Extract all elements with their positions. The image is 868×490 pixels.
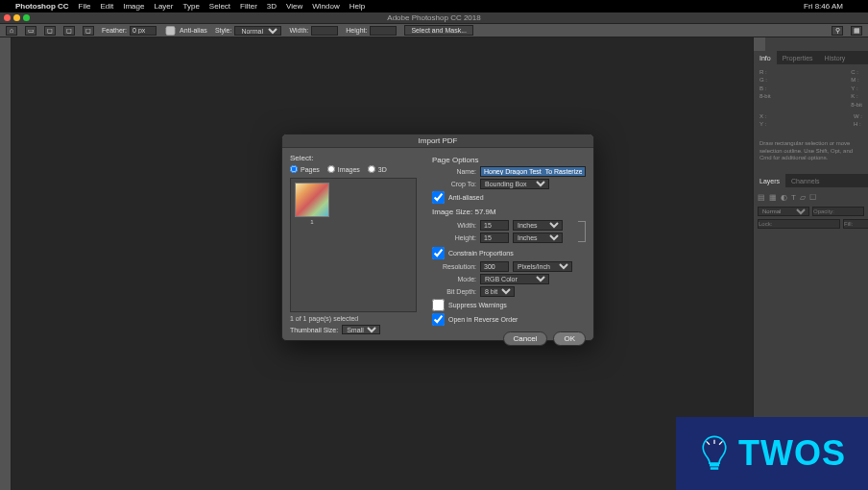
pdf-page-thumbnail[interactable]: 1 bbox=[295, 183, 329, 225]
height-input-dlg[interactable] bbox=[480, 233, 509, 243]
document-title: Adobe Photoshop CC 2018 bbox=[387, 13, 480, 22]
tab-properties[interactable]: Properties bbox=[777, 51, 819, 64]
menu-type[interactable]: Type bbox=[182, 2, 199, 11]
image-size-label: Image Size: 57.9M bbox=[432, 208, 586, 216]
radio-images-input[interactable] bbox=[327, 165, 335, 173]
radio-3d-input[interactable] bbox=[368, 165, 375, 173]
menu-filter[interactable]: Filter bbox=[240, 2, 257, 11]
watermark-text: TWOS bbox=[738, 433, 846, 474]
bitdepth-select[interactable]: 8 bit bbox=[480, 286, 515, 297]
height-label: Height: bbox=[346, 27, 367, 34]
reverse-order-label: Open in Reverse Order bbox=[448, 316, 518, 323]
layers-panel-body: ▤ ▦ ◐ T ▱ ☐ Normal bbox=[754, 187, 868, 233]
info-m: M : bbox=[851, 77, 858, 83]
add-selection-icon[interactable]: ◻ bbox=[63, 26, 75, 36]
opacity-input[interactable] bbox=[812, 207, 864, 216]
filter-adjust-icon[interactable]: ◐ bbox=[781, 193, 787, 202]
info-y: Y : bbox=[851, 86, 857, 91]
document-titlebar: Adobe Photoshop CC 2018 bbox=[0, 12, 868, 24]
search-icon[interactable]: ⚲ bbox=[832, 26, 843, 36]
resolution-input[interactable] bbox=[480, 261, 509, 272]
width-input-dlg[interactable] bbox=[480, 220, 509, 231]
name-input[interactable] bbox=[480, 166, 586, 177]
menu-image[interactable]: Image bbox=[123, 2, 144, 11]
height-input bbox=[370, 26, 397, 36]
menu-select[interactable]: Select bbox=[209, 2, 230, 11]
marquee-tool-icon[interactable]: ▭ bbox=[25, 26, 36, 36]
filter-shape-icon[interactable]: ▱ bbox=[800, 193, 806, 202]
filter-smart-icon[interactable]: ☐ bbox=[809, 193, 816, 202]
clock[interactable]: Fri 8:46 AM bbox=[804, 2, 843, 11]
menu-view[interactable]: View bbox=[286, 2, 302, 11]
info-w: W : bbox=[854, 113, 862, 119]
crop-to-select[interactable]: Bounding Box bbox=[480, 179, 549, 189]
filter-kind-icon[interactable]: ▤ bbox=[758, 193, 765, 202]
window-controls bbox=[4, 14, 30, 21]
reverse-order-checkbox[interactable] bbox=[432, 313, 445, 326]
width-label: Width: bbox=[289, 27, 308, 34]
constrain-checkbox[interactable] bbox=[432, 247, 445, 259]
resolution-unit-select[interactable]: Pixels/Inch bbox=[513, 261, 572, 272]
svg-rect-1 bbox=[711, 467, 718, 470]
mode-select[interactable]: RGB Color bbox=[480, 274, 549, 284]
menu-help[interactable]: Help bbox=[350, 2, 365, 11]
layer-filter-row: ▤ ▦ ◐ T ▱ ☐ bbox=[758, 191, 864, 204]
info-b: B : bbox=[760, 86, 766, 91]
feather-input[interactable] bbox=[130, 26, 157, 36]
home-icon[interactable]: ⌂ bbox=[6, 26, 17, 36]
height-unit-select[interactable]: Inches bbox=[513, 233, 563, 243]
lightbulb-icon bbox=[698, 433, 731, 474]
select-and-mask-button[interactable]: Select and Mask... bbox=[404, 25, 473, 36]
antialiased-checkbox[interactable] bbox=[432, 191, 445, 204]
radio-images[interactable]: Images bbox=[327, 165, 360, 173]
mac-menubar: Photoshop CC File Edit Image Layer Type … bbox=[0, 0, 868, 12]
ok-button[interactable]: OK bbox=[553, 331, 586, 346]
suppress-checkbox[interactable] bbox=[432, 299, 445, 311]
info-k: K : bbox=[851, 93, 857, 99]
fill-input[interactable] bbox=[843, 219, 868, 229]
menu-3d[interactable]: 3D bbox=[267, 2, 277, 11]
lock-row[interactable] bbox=[758, 219, 840, 229]
maximize-icon[interactable] bbox=[23, 14, 30, 21]
menu-file[interactable]: File bbox=[79, 2, 91, 11]
mode-label: Mode: bbox=[432, 276, 476, 282]
antialias-label: Anti-alias bbox=[180, 27, 207, 34]
tab-history[interactable]: History bbox=[819, 51, 852, 64]
page-options-label: Page Options bbox=[432, 156, 586, 164]
info-yy: Y : bbox=[760, 121, 766, 127]
radio-3d[interactable]: 3D bbox=[368, 165, 387, 173]
close-icon[interactable] bbox=[4, 14, 11, 21]
info-8bit: 8-bit bbox=[760, 93, 771, 99]
info-panel-body: R : G : B : 8-bit C : M : Y : K : 8-bit … bbox=[754, 64, 868, 136]
cancel-button[interactable]: Cancel bbox=[503, 331, 548, 346]
tab-info[interactable]: Info bbox=[754, 51, 777, 64]
style-select[interactable]: Normal bbox=[234, 26, 281, 36]
minimize-icon[interactable] bbox=[13, 14, 20, 21]
menu-window[interactable]: Window bbox=[312, 2, 339, 11]
width-unit-select[interactable]: Inches bbox=[513, 220, 563, 231]
thumbnail-size-label: Thumbnail Size: bbox=[290, 327, 338, 333]
dialog-title: Import PDF bbox=[282, 135, 593, 148]
new-selection-icon[interactable]: ◻ bbox=[44, 26, 56, 36]
radio-pages[interactable]: Pages bbox=[290, 165, 320, 173]
menu-edit[interactable]: Edit bbox=[100, 2, 113, 11]
workspace-icon[interactable]: ▦ bbox=[851, 26, 862, 36]
subtract-selection-icon[interactable]: ◻ bbox=[83, 26, 94, 36]
suppress-label: Suppress Warnings bbox=[448, 302, 507, 308]
constrain-link-icon[interactable] bbox=[578, 221, 586, 242]
menu-layer[interactable]: Layer bbox=[154, 2, 173, 11]
antialiased-label: Anti-aliased bbox=[448, 194, 484, 201]
thumbnail-area[interactable]: 1 bbox=[290, 178, 417, 312]
tab-channels[interactable]: Channels bbox=[785, 174, 826, 187]
toolbar[interactable] bbox=[0, 37, 12, 490]
filter-type-icon[interactable]: T bbox=[791, 193, 796, 202]
thumbnail-size-select[interactable]: Small bbox=[342, 325, 380, 334]
import-pdf-dialog: Import PDF Select: Pages Images 3D 1 1 o… bbox=[281, 134, 594, 341]
blend-mode-select[interactable]: Normal bbox=[758, 207, 809, 216]
filter-pixel-icon[interactable]: ▦ bbox=[769, 193, 777, 202]
radio-pages-input[interactable] bbox=[290, 165, 298, 173]
tab-layers[interactable]: Layers bbox=[754, 174, 785, 187]
panel-collapse-icon[interactable] bbox=[754, 37, 765, 51]
app-name[interactable]: Photoshop CC bbox=[15, 2, 69, 11]
crop-to-label: Crop To: bbox=[432, 181, 476, 187]
